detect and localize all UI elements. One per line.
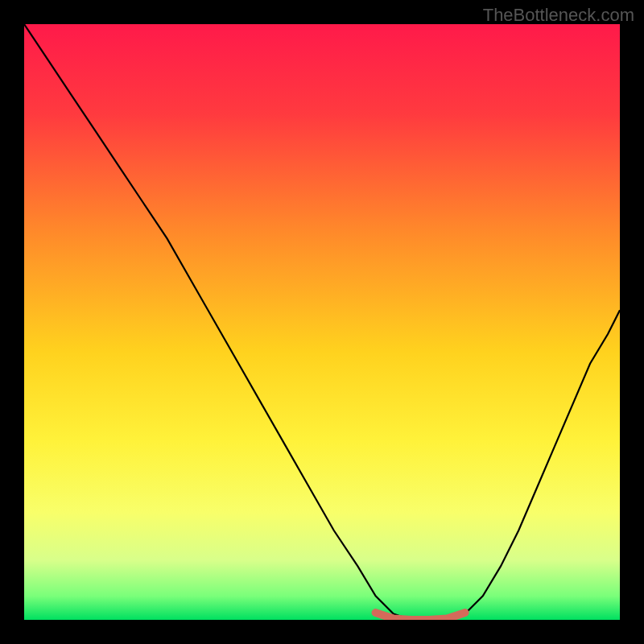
chart-frame — [24, 24, 620, 620]
bottleneck-chart — [24, 24, 620, 620]
watermark-text: TheBottleneck.com — [483, 5, 634, 26]
gradient-background — [24, 24, 620, 620]
